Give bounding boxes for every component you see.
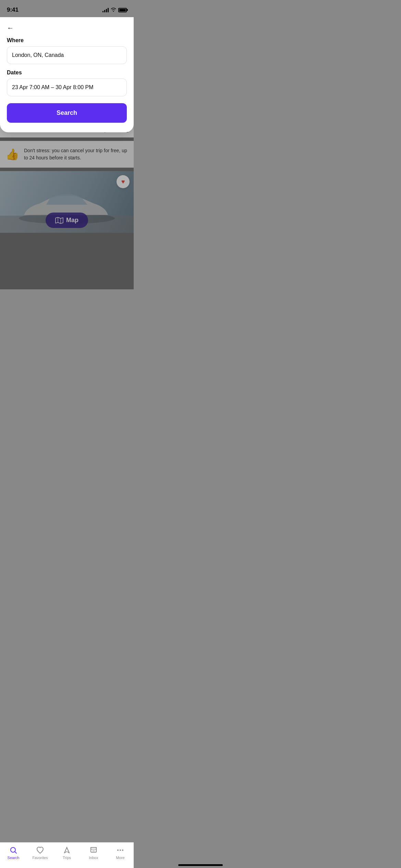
back-arrow-icon: ← [7, 24, 14, 32]
status-icons [102, 7, 127, 13]
back-button[interactable]: ← [7, 24, 127, 32]
status-bar: 9:41 [0, 0, 134, 17]
signal-icon [102, 8, 109, 12]
where-input[interactable] [7, 46, 127, 64]
search-modal: ← Where Dates Search [0, 17, 134, 132]
page-background: H Hyundai Elantra 2022 ★ 4.77 (31 trips)… [0, 17, 134, 289]
search-button[interactable]: Search [7, 103, 127, 123]
battery-icon [118, 8, 127, 12]
wifi-icon [111, 7, 116, 13]
dates-input[interactable] [7, 79, 127, 96]
status-time: 9:41 [7, 7, 19, 13]
where-label: Where [7, 37, 127, 44]
dates-label: Dates [7, 70, 127, 76]
